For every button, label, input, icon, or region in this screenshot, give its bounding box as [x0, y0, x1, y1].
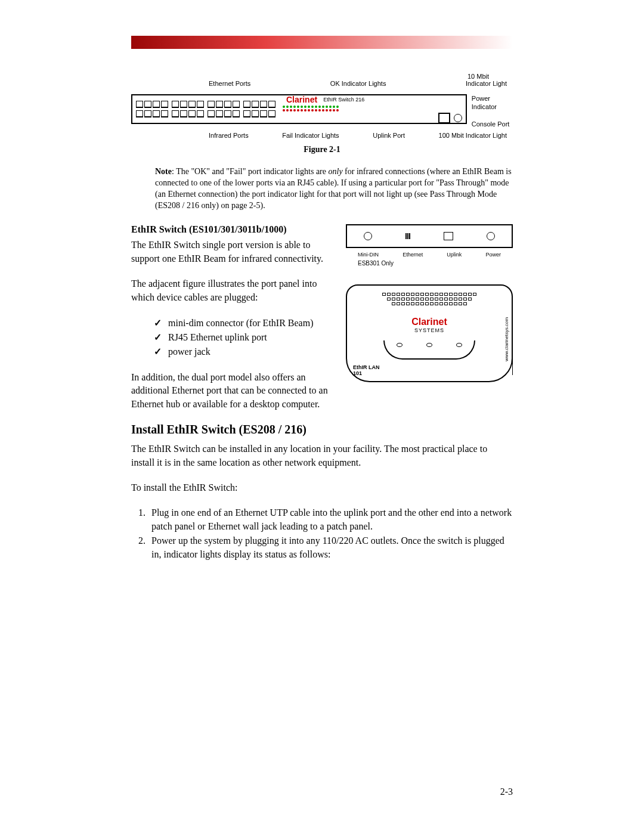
- label-console-port: Console Port: [472, 120, 513, 128]
- mini-din-icon: [364, 232, 372, 240]
- page: 10 Mbit Ethernet Ports OK Indicator Ligh…: [0, 0, 644, 833]
- ethir-lan-device-figure: Clarinet SYSTEMS EthIR LAN 101 www.clari…: [346, 284, 513, 382]
- device-model: EthIR LAN 101: [353, 364, 380, 376]
- note-text-1: : The "OK" and "Fail" port indicator lig…: [172, 167, 329, 176]
- panel-label-power: Power: [485, 252, 501, 258]
- indicator-dots: [283, 106, 462, 108]
- brand-clarinet: Clarinet: [283, 95, 321, 104]
- label-100mbit: 100 Mbit Indicator Light: [439, 132, 507, 139]
- single-port-para1: The EthIR Switch single port version is …: [131, 239, 333, 265]
- figure-216-bottom-annotations: Infrared Ports Fail Indicator Lights Upl…: [131, 128, 513, 139]
- single-port-heading: EthIR Switch (ES101/301/3011b/1000): [131, 224, 333, 235]
- bullet-power-jack: power jack: [154, 345, 333, 359]
- page-number: 2-3: [500, 786, 513, 797]
- connector-list: mini-dim connector (for EthIR Beam) RJ45…: [131, 316, 333, 359]
- switch-216-diagram: Clarinet EthIR Switch 216: [131, 94, 467, 124]
- figure-216-wrapper: 10 Mbit Ethernet Ports OK Indicator Ligh…: [131, 73, 513, 139]
- panel-label-uplink: Uplink: [447, 252, 462, 258]
- device-grille: [373, 293, 486, 306]
- single-port-para2: The adjacent figure illustrates the port…: [131, 277, 333, 304]
- label-uplink-port: Uplink Port: [373, 132, 405, 139]
- label-ok-indicator: OK Indicator Lights: [330, 80, 386, 87]
- port-panel-figure: [346, 224, 513, 248]
- note-label: Note: [155, 167, 172, 176]
- install-step-2: Power up the system by plugging it into …: [148, 534, 513, 561]
- esb301-note: ESB301 Only: [346, 260, 513, 267]
- device-led-curve: [383, 340, 475, 360]
- note-only: only: [329, 167, 343, 176]
- note-block: Note: The "OK" and "Fail" port indicator…: [155, 166, 513, 212]
- bullet-mini-dim: mini-dim connector (for EthIR Beam): [154, 316, 333, 330]
- product-label: EthIR Switch 216: [323, 97, 364, 103]
- install-para2: To install the EthIR Switch:: [131, 481, 513, 494]
- panel-label-ethernet: Ethernet: [402, 252, 423, 258]
- device-sub: SYSTEMS: [347, 327, 512, 333]
- power-jack-icon: [487, 232, 495, 240]
- console-port-icon: [454, 114, 462, 122]
- device-side-url: www.clarinetsys.com: [504, 304, 513, 375]
- uplink-port-icon: [438, 113, 450, 123]
- panel-labels-row: Mini-DIN Ethernet Uplink Power: [346, 252, 513, 258]
- side-figures: Mini-DIN Ethernet Uplink Power ESB301 On…: [346, 224, 513, 411]
- figure-216-top-annotations: 10 Mbit Ethernet Ports OK Indicator Ligh…: [131, 73, 513, 91]
- label-infrared-ports: Infrared Ports: [209, 132, 249, 139]
- label-fail-indicator: Fail Indicator Lights: [282, 132, 339, 139]
- panel-label-minidin: Mini-DIN: [358, 252, 379, 258]
- figure-caption: Figure 2-1: [131, 145, 513, 154]
- install-para1: The EthIR Switch can be installed in any…: [131, 442, 513, 469]
- install-step-1: Plug in one end of an Ethernet UTP cable…: [148, 506, 513, 533]
- bullet-rj45: RJ45 Ethernet uplink port: [154, 330, 333, 345]
- figure-216-right-annotations: Power Indicator Console Port: [472, 94, 513, 128]
- label-indicator-light: Indicator Light: [466, 80, 507, 87]
- single-port-section: EthIR Switch (ES101/301/3011b/1000) The …: [131, 224, 513, 411]
- install-heading: Install EthIR Switch (ES208 / 216): [131, 423, 513, 436]
- label-power-indicator: Power Indicator: [472, 94, 513, 112]
- label-10mbit: 10 Mbit: [467, 73, 489, 80]
- header-gradient-bar: [131, 36, 513, 49]
- single-port-para3: In addition, the dual port model also of…: [131, 371, 333, 411]
- label-ethernet-ports: Ethernet Ports: [209, 80, 250, 87]
- ethernet-port-icon: [444, 232, 453, 240]
- device-brand: Clarinet: [347, 317, 512, 327]
- install-steps: Plug in one end of an Ethernet UTP cable…: [131, 506, 513, 561]
